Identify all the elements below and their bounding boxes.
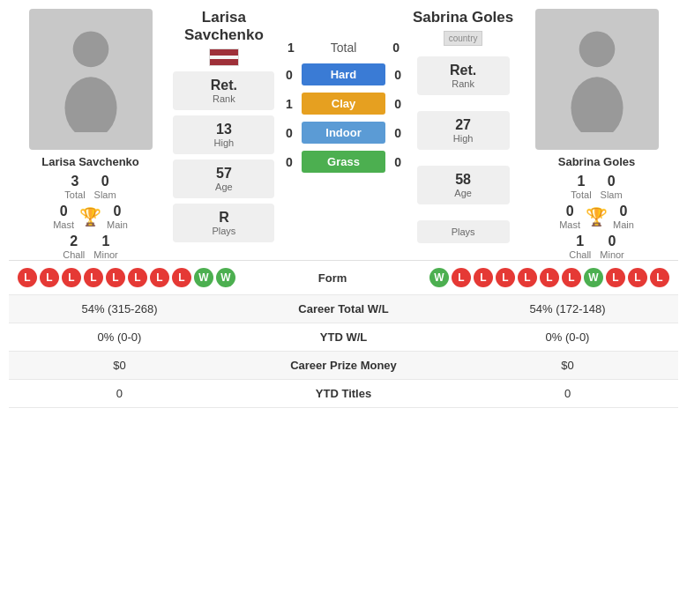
left-form: LLLLLLLLWW xyxy=(18,268,235,287)
form-badge: L xyxy=(40,268,59,287)
form-badge: L xyxy=(540,268,559,287)
form-badge: W xyxy=(194,268,213,287)
right-trophy-icon: 🏆 xyxy=(586,206,608,227)
right-form: WLLLLLLWLLL xyxy=(429,268,669,287)
left-stats-panel: Ret. Rank 13 High 57 Age R Plays xyxy=(173,71,274,242)
left-minor-stat: 1 Minor xyxy=(93,234,118,260)
right-mast-stat: 0 Mast xyxy=(559,204,580,230)
ytd-titles-row: 0 YTD Titles 0 xyxy=(9,380,678,408)
form-badge: L xyxy=(606,268,625,287)
grass-row: 0 Grass 0 xyxy=(281,151,406,173)
left-plays-box: R Plays xyxy=(173,204,274,242)
left-high-box: 13 High xyxy=(173,115,274,154)
svg-point-1 xyxy=(64,77,116,132)
form-badge: W xyxy=(584,268,603,287)
total-row: 1 Total 0 xyxy=(281,33,406,60)
country-flag-image: country xyxy=(444,31,483,46)
left-flag-container xyxy=(209,48,239,66)
form-badge: L xyxy=(628,268,647,287)
svg-point-2 xyxy=(579,32,615,68)
hard-row: 0 Hard 0 xyxy=(281,63,406,85)
form-badge: L xyxy=(150,268,169,287)
form-badge: L xyxy=(518,268,537,287)
indoor-row: 0 Indoor 0 xyxy=(281,122,406,144)
career-wl-row: 54% (315-268) Career Total W/L 54% (172-… xyxy=(9,295,678,323)
form-badge: L xyxy=(496,268,515,287)
right-main-stat: 0 Main xyxy=(613,204,634,230)
left-mast-stat: 0 Mast xyxy=(53,204,74,230)
svg-point-3 xyxy=(571,77,623,132)
right-stats-panel: Ret. Rank 27 High 58 Age Plays xyxy=(417,56,510,243)
form-badge: W xyxy=(429,268,449,287)
left-player-name-section: Larisa Savchenko xyxy=(172,9,276,71)
right-player-name: Sabrina Goles xyxy=(558,155,635,168)
form-badge: L xyxy=(106,268,125,287)
left-player-avatar xyxy=(29,9,153,150)
left-rank-box: Ret. Rank xyxy=(173,71,274,110)
form-badge: L xyxy=(474,268,493,287)
right-player-name-section: Sabrina Goles country xyxy=(413,9,513,51)
form-badge: L xyxy=(128,268,147,287)
form-badge: L xyxy=(172,268,191,287)
left-slam-stat: 0 Slam xyxy=(94,174,116,200)
form-badge: L xyxy=(452,268,471,287)
bottom-stats-section: LLLLLLLLWW Form WLLLLLLWLLL 54% (315-268… xyxy=(9,260,678,408)
left-player-name: Larisa Savchenko xyxy=(41,155,139,168)
right-age-box: 58 Age xyxy=(417,166,510,204)
left-total-stat: 3 Total xyxy=(64,174,85,200)
clay-row: 1 Clay 0 xyxy=(281,93,406,115)
left-trophy-icon: 🏆 xyxy=(79,206,101,227)
form-badge: L xyxy=(562,268,581,287)
left-age-box: 57 Age xyxy=(173,160,274,198)
left-main-stat: 0 Main xyxy=(107,204,128,230)
right-chall-stat: 1 Chall xyxy=(569,234,591,260)
surface-rows: 0 Hard 0 1 Clay 0 0 Indoor 0 0 Grass xyxy=(281,60,406,176)
form-row: LLLLLLLLWW Form WLLLLLLWLLL xyxy=(9,261,678,295)
form-badge: W xyxy=(216,268,235,287)
left-chall-stat: 2 Chall xyxy=(63,234,85,260)
right-high-box: 27 High xyxy=(417,111,510,150)
svg-point-0 xyxy=(72,32,108,68)
form-badge: L xyxy=(650,268,669,287)
right-total-stat: 1 Total xyxy=(571,174,591,200)
right-player-avatar xyxy=(535,9,659,150)
right-plays-box: Plays xyxy=(417,220,510,243)
form-badge: L xyxy=(84,268,103,287)
prize-row: $0 Career Prize Money $0 xyxy=(9,352,678,380)
ytd-wl-row: 0% (0-0) YTD W/L 0% (0-0) xyxy=(9,323,678,352)
right-flag-container: country xyxy=(444,31,483,46)
form-badge: L xyxy=(18,268,37,287)
form-badge: L xyxy=(62,268,81,287)
right-minor-stat: 0 Minor xyxy=(600,234,624,260)
right-rank-box: Ret. Rank xyxy=(417,56,510,95)
right-center-name: Sabrina Goles xyxy=(413,9,513,26)
left-center-name: Larisa Savchenko xyxy=(172,9,276,44)
right-slam-stat: 0 Slam xyxy=(601,174,623,200)
